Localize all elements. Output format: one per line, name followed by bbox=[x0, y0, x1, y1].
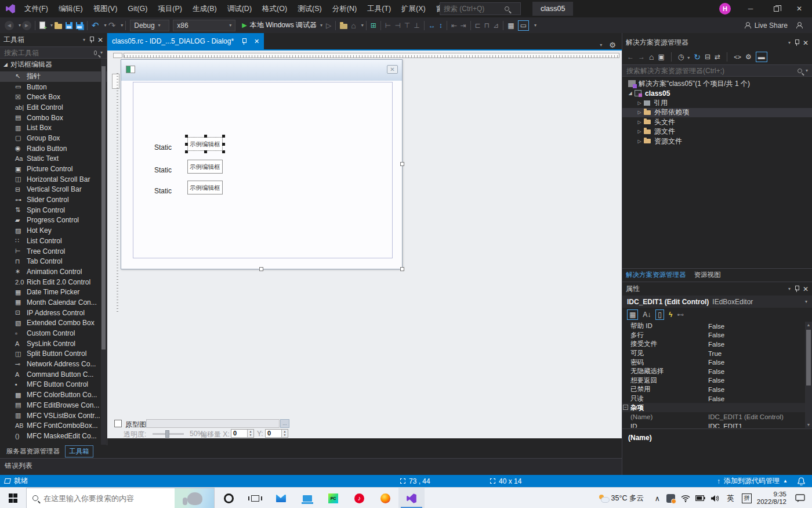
toolbox-item[interactable]: ▰ Progress Control bbox=[0, 215, 107, 226]
menu-item[interactable]: 工具(T) bbox=[362, 0, 396, 17]
center-horizontal-icon[interactable]: ↔ bbox=[429, 21, 436, 30]
toolbox-item[interactable]: ▤ Combo Box bbox=[0, 113, 107, 123]
tree-node[interactable]: ▷ 头文件 bbox=[622, 117, 812, 127]
save-all-button[interactable] bbox=[76, 22, 83, 29]
property-row[interactable]: 想要返回 False bbox=[622, 376, 805, 385]
toolbox-item[interactable]: ▭ Button bbox=[0, 82, 107, 92]
toolbox-item[interactable]: ⊡ IP Address Control bbox=[0, 308, 107, 318]
tray-app-icon[interactable] bbox=[666, 488, 675, 508]
property-row[interactable]: (Name) IDC_EDIT1 (Edit Control) bbox=[622, 412, 805, 421]
toolbox-search-input[interactable] bbox=[4, 49, 94, 57]
solution-search-input[interactable] bbox=[626, 67, 798, 75]
toolbox-item[interactable]: AB MFC FontComboBox... bbox=[0, 420, 107, 431]
toolbox-item[interactable]: ▧ Extended Combo Box bbox=[0, 318, 107, 329]
taskbar-app-visual-studio[interactable] bbox=[398, 488, 425, 508]
scroll-down-icon[interactable]: ▼ bbox=[805, 423, 812, 427]
ime-mode-indicator[interactable]: 拼 bbox=[742, 488, 752, 508]
clock-widget[interactable]: 9:35 2022/8/12 bbox=[757, 488, 786, 508]
view-code-icon[interactable]: <> bbox=[734, 53, 741, 60]
selection-handle[interactable] bbox=[185, 150, 188, 153]
restore-button[interactable] bbox=[763, 0, 789, 17]
explorer-tab[interactable]: 资源视图 bbox=[694, 271, 721, 279]
property-value[interactable]: False bbox=[708, 395, 805, 402]
hidden-icons-chevron[interactable]: ∧ bbox=[655, 488, 660, 508]
opacity-slider[interactable] bbox=[153, 433, 184, 435]
live-share-button[interactable]: Live Share bbox=[744, 21, 788, 30]
property-value[interactable]: False bbox=[708, 377, 805, 384]
solution-explorer-search[interactable]: ▾ bbox=[622, 64, 812, 77]
explorer-tab[interactable]: 解决方案资源管理器 bbox=[626, 271, 686, 279]
toolbox-item[interactable]: 2.0 Rich Edit 2.0 Control bbox=[0, 277, 107, 287]
tab-list-dropdown-icon[interactable]: ▾ bbox=[600, 42, 602, 48]
toolbox-item[interactable]: A Command Button C... bbox=[0, 369, 107, 380]
menu-item[interactable]: 分析(N) bbox=[327, 0, 362, 17]
static-text-control[interactable]: Static bbox=[154, 143, 172, 152]
close-button[interactable]: ✕ bbox=[786, 0, 812, 17]
selection-handle[interactable] bbox=[185, 135, 188, 138]
toolbox-item[interactable]: ▨ Hot Key bbox=[0, 225, 107, 236]
scrollbar-thumb[interactable] bbox=[102, 66, 106, 350]
edit-control[interactable]: 示例编辑框 bbox=[187, 181, 223, 194]
static-text-control[interactable]: Static bbox=[154, 187, 172, 195]
taskbar-app-netease-music[interactable]: ♪ bbox=[346, 488, 372, 508]
toolbox-item[interactable]: ⊢ Tree Control bbox=[0, 246, 107, 257]
toolbox-item[interactable]: ▤ MFC EditBrowse Con... bbox=[0, 400, 107, 410]
pending-changes-filter-icon[interactable]: ◷▾ bbox=[678, 53, 690, 61]
property-value[interactable]: False bbox=[708, 368, 805, 375]
volume-indicator[interactable] bbox=[710, 488, 719, 508]
taskbar-app-pycharm[interactable]: PC bbox=[320, 488, 346, 508]
property-value[interactable]: IDC_EDIT1 (Edit Control) bbox=[708, 413, 805, 420]
back-dropdown-icon[interactable]: ▾ bbox=[19, 23, 21, 28]
toolbox-item[interactable]: ⇅ Spin Control bbox=[0, 205, 107, 215]
error-list-bar[interactable]: 错误列表 bbox=[0, 458, 622, 475]
switch-views-icon[interactable]: ▣ bbox=[658, 53, 664, 61]
expand-arrow-icon[interactable]: ▷ bbox=[636, 120, 643, 125]
toolbox-item[interactable]: ▣ Picture Control bbox=[0, 164, 107, 174]
tree-node[interactable]: ▷ 资源文件 bbox=[622, 136, 812, 146]
prototype-image-path-field[interactable] bbox=[146, 419, 280, 428]
taskbar-search-input[interactable] bbox=[44, 494, 169, 503]
menu-item[interactable]: 格式(O) bbox=[257, 0, 292, 17]
quick-search[interactable] bbox=[440, 2, 521, 15]
toolbox-menu-icon[interactable]: ▾ bbox=[83, 37, 85, 42]
property-value[interactable]: IDC_EDIT1 bbox=[708, 423, 805, 428]
property-row[interactable]: 无隐藏选择 False bbox=[622, 367, 805, 376]
offset-x-stepper[interactable]: 0▲▼ bbox=[231, 429, 254, 438]
dialog-designer-surface[interactable]: ✕ Static 示例编辑框 bbox=[107, 49, 622, 438]
properties-menu-icon[interactable]: ▾ bbox=[788, 286, 791, 291]
toolbox-item[interactable]: ◉ Radio Button bbox=[0, 143, 107, 154]
quick-search-input[interactable] bbox=[444, 5, 505, 13]
property-pages-icon[interactable]: ▯ bbox=[655, 309, 664, 320]
toggle-guides-icon[interactable]: ▭ bbox=[518, 20, 529, 31]
dialog-resize-handle[interactable] bbox=[400, 162, 404, 166]
toolbox-item[interactable]: Aa Static Text bbox=[0, 154, 107, 164]
property-row[interactable]: 可见 True bbox=[622, 349, 805, 358]
taskbar-app-firefox[interactable] bbox=[372, 488, 398, 508]
menu-item[interactable]: 文件(F) bbox=[19, 0, 53, 17]
selection-handle[interactable] bbox=[222, 143, 225, 146]
new-file-button[interactable] bbox=[39, 21, 45, 29]
new-window-icon[interactable]: ⊞ bbox=[371, 21, 376, 30]
bottom-tab[interactable]: 工具箱 bbox=[65, 445, 93, 457]
scroll-up-icon[interactable]: ▲ bbox=[805, 323, 812, 327]
stepper-arrows-icon[interactable]: ▲▼ bbox=[281, 430, 288, 437]
menu-item[interactable]: 扩展(X) bbox=[396, 0, 431, 17]
properties-pin-icon[interactable] bbox=[794, 286, 799, 292]
solution-explorer-menu-icon[interactable]: ▾ bbox=[788, 40, 791, 45]
property-row[interactable]: 多行 False bbox=[622, 331, 805, 340]
solution-explorer-close-icon[interactable]: ✕ bbox=[803, 39, 809, 47]
toggle-grid-icon[interactable]: ▦ bbox=[507, 21, 514, 30]
document-tab[interactable]: class05.rc - IDD_...5_DIALOG - Dialog* ✕ bbox=[107, 33, 264, 49]
ime-language-indicator[interactable]: 英 bbox=[727, 488, 735, 508]
bottom-tab[interactable]: 服务器资源管理器 bbox=[2, 445, 64, 457]
toolbox-item[interactable]: ▦ Month Calendar Con... bbox=[0, 297, 107, 308]
static-text-control[interactable]: Static bbox=[154, 166, 172, 174]
toolbox-item[interactable]: ⊸ Network Address Co... bbox=[0, 359, 107, 369]
project-node[interactable]: ◢ class05 bbox=[622, 89, 812, 99]
add-to-source-control-button[interactable]: ↑ 添加到源代码管理 ▲ bbox=[717, 475, 788, 487]
back-icon[interactable]: ← bbox=[627, 53, 634, 61]
properties-close-icon[interactable]: ✕ bbox=[803, 285, 809, 293]
toolbox-item[interactable]: ∷ List Control bbox=[0, 236, 107, 246]
browse-code-button[interactable] bbox=[340, 22, 347, 29]
platform-dropdown[interactable]: x86▾ bbox=[173, 20, 235, 31]
